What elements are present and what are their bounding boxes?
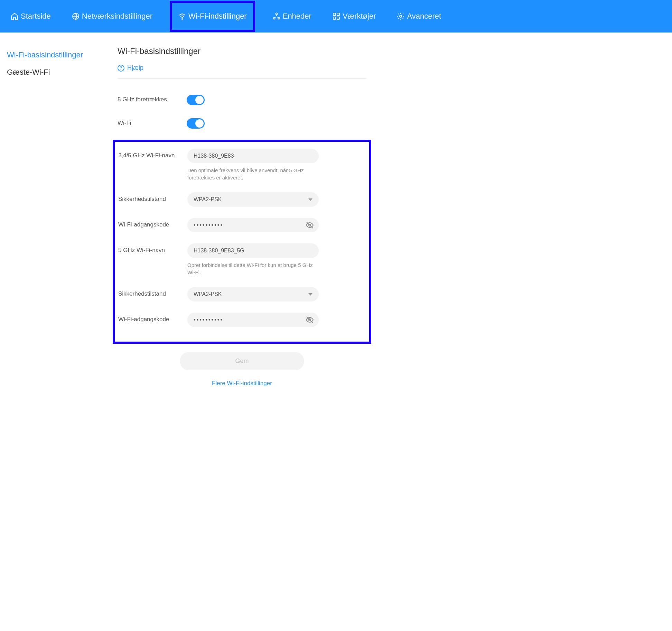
label-password-2: Wi-Fi-adgangskode	[118, 313, 187, 323]
chevron-down-icon	[308, 198, 312, 201]
svg-point-1	[182, 19, 183, 19]
nav-label: Startside	[21, 12, 51, 21]
label-security-2: Sikkerhedstilstand	[118, 287, 187, 297]
nav-devices[interactable]: Enheder	[269, 9, 315, 24]
svg-point-4	[278, 18, 280, 19]
nav-label: Avanceret	[407, 12, 441, 21]
nav-label: Netværksindstillinger	[82, 12, 152, 21]
label-prefer-5ghz: 5 GHz foretrækkes	[118, 93, 187, 103]
svg-rect-7	[333, 17, 336, 19]
more-wifi-settings-link[interactable]: Flere Wi-Fi-indstillinger	[212, 380, 272, 387]
eye-off-icon[interactable]	[306, 316, 314, 324]
globe-icon	[72, 12, 80, 20]
toggle-wifi[interactable]	[187, 118, 205, 129]
select-security-2[interactable]: WPA2-PSK	[187, 287, 319, 301]
select-security-1[interactable]: WPA2-PSK	[187, 192, 319, 207]
svg-rect-8	[337, 17, 339, 19]
main-content: Wi-Fi-basisindstillinger ? Hjælp 5 GHz f…	[111, 33, 380, 631]
row-wifi-name-5: 5 GHz Wi-Fi-navn Opret forbindelse til d…	[118, 243, 362, 276]
help-icon: ?	[118, 65, 124, 72]
select-value: WPA2-PSK	[194, 196, 222, 203]
sidebar-item-basic[interactable]: Wi-Fi-basisindstillinger	[7, 46, 111, 64]
sidebar-item-label: Wi-Fi-basisindstillinger	[7, 50, 83, 59]
row-wifi: Wi-Fi	[118, 116, 366, 129]
sidebar-item-label: Gæste-Wi-Fi	[7, 68, 50, 76]
input-wifi-name-24[interactable]	[187, 149, 319, 163]
nav-label: Værktøjer	[343, 12, 376, 21]
sidebar: Wi-Fi-basisindstillinger Gæste-Wi-Fi	[0, 33, 111, 631]
svg-point-2	[276, 13, 277, 15]
nav-advanced[interactable]: Avanceret	[393, 9, 445, 24]
toggle-thumb	[195, 119, 204, 128]
label-wifi: Wi-Fi	[118, 116, 187, 127]
nav-home[interactable]: Startside	[7, 9, 54, 24]
row-password-1: Wi-Fi-adgangskode	[118, 218, 362, 232]
row-password-2: Wi-Fi-adgangskode	[118, 313, 362, 327]
gear-icon	[396, 12, 405, 20]
row-wifi-name-24: 2,4/5 GHz Wi-Fi-navn Den optimale frekve…	[118, 149, 362, 181]
highlighted-settings-box: 2,4/5 GHz Wi-Fi-navn Den optimale frekve…	[113, 140, 371, 344]
svg-point-9	[400, 15, 402, 17]
nav-tools[interactable]: Værktøjer	[329, 9, 380, 24]
home-icon	[10, 12, 19, 20]
svg-rect-5	[333, 13, 336, 16]
label-wifi-name-5: 5 GHz Wi-Fi-navn	[118, 243, 187, 254]
label-wifi-name-24: 2,4/5 GHz Wi-Fi-navn	[118, 149, 187, 159]
save-button[interactable]: Gem	[180, 352, 304, 370]
help-text-24: Den optimale frekvens vil blive anvendt,…	[187, 167, 319, 181]
nav-label: Wi-Fi-indstillinger	[188, 12, 247, 21]
page-title: Wi-Fi-basisindstillinger	[118, 46, 366, 56]
help-label: Hjælp	[127, 64, 143, 72]
input-wifi-name-5[interactable]	[187, 243, 319, 258]
chevron-down-icon	[308, 293, 312, 296]
eye-off-icon[interactable]	[306, 221, 314, 229]
divider	[118, 78, 366, 79]
svg-point-3	[273, 18, 275, 19]
row-prefer-5ghz: 5 GHz foretrækkes	[118, 93, 366, 105]
select-value: WPA2-PSK	[194, 291, 222, 297]
label-password-1: Wi-Fi-adgangskode	[118, 218, 187, 228]
input-password-2[interactable]	[187, 313, 306, 327]
wifi-icon	[178, 12, 186, 20]
row-security-2: Sikkerhedstilstand WPA2-PSK	[118, 287, 362, 301]
sidebar-item-guest[interactable]: Gæste-Wi-Fi	[7, 64, 111, 81]
nav-network[interactable]: Netværksindstillinger	[68, 9, 156, 24]
nav-wifi[interactable]: Wi-Fi-indstillinger	[170, 1, 255, 32]
help-link[interactable]: ? Hjælp	[118, 64, 366, 72]
row-security-1: Sikkerhedstilstand WPA2-PSK	[118, 192, 362, 207]
nav-label: Enheder	[283, 12, 311, 21]
top-nav: Startside Netværksindstillinger Wi-Fi-in…	[0, 0, 672, 33]
tools-icon	[332, 12, 340, 20]
toggle-thumb	[195, 96, 204, 104]
toggle-prefer-5ghz[interactable]	[187, 95, 205, 105]
help-text-5: Opret forbindelse til dette Wi-Fi for ku…	[187, 261, 319, 276]
label-security-1: Sikkerhedstilstand	[118, 192, 187, 203]
devices-icon	[272, 12, 281, 20]
svg-rect-6	[337, 13, 339, 16]
input-password-1[interactable]	[187, 218, 306, 232]
